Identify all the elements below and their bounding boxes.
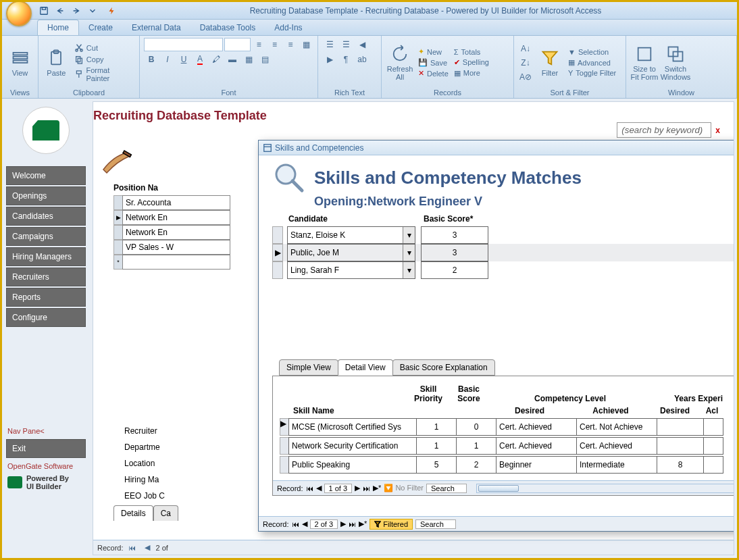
skill-desired-field[interactable] — [496, 456, 577, 474]
years-desired-field[interactable] — [657, 437, 704, 455]
next-icon[interactable]: ▶ — [340, 519, 346, 528]
sort-asc-icon[interactable]: A↓ — [518, 42, 533, 55]
align-center-icon[interactable]: ≡ — [267, 38, 282, 51]
nav-configure[interactable]: Configure — [6, 308, 86, 327]
tab-score-explanation[interactable]: Basic Score Explanation — [392, 359, 495, 376]
save-record-button[interactable]: 💾Save — [417, 57, 450, 68]
skill-score-field[interactable] — [456, 437, 496, 455]
cut-button[interactable]: Cut — [73, 43, 135, 53]
outer-search[interactable]: Search — [415, 519, 456, 529]
ribbon-tab-dbtools[interactable]: Database Tools — [190, 20, 265, 35]
new-rec-icon[interactable]: ▶* — [359, 519, 367, 528]
office-button[interactable] — [6, 1, 32, 26]
years-desired-field[interactable] — [657, 456, 704, 474]
shading-icon[interactable]: ▤ — [257, 53, 272, 66]
row-selector[interactable] — [113, 240, 123, 255]
indent-icon[interactable]: ▶ — [322, 53, 337, 66]
clear-sort-icon[interactable]: A⊘ — [518, 70, 533, 84]
skill-achieved-field[interactable] — [576, 456, 657, 474]
borders-icon[interactable]: ▦ — [241, 53, 256, 66]
skill-priority-field[interactable] — [416, 418, 457, 436]
prev-icon[interactable]: ◀ — [316, 484, 322, 492]
switch-windows-button[interactable]: Switch Windows — [661, 41, 690, 85]
no-filter-label[interactable]: 🔽 No Filter — [384, 484, 424, 492]
view-button[interactable]: View — [6, 41, 34, 85]
grid-icon[interactable]: ▦ — [299, 38, 313, 51]
row-selector[interactable]: ▶ — [272, 244, 283, 261]
nav-candidates[interactable]: Candidates — [6, 207, 86, 226]
nav-campaigns[interactable]: Campaigns — [6, 227, 86, 246]
inner-pos[interactable]: 1 of 3 — [324, 484, 353, 493]
candidate-score[interactable]: 3 — [421, 244, 488, 261]
skill-priority-field[interactable] — [416, 437, 457, 455]
skill-name-field[interactable] — [288, 456, 417, 474]
first-record-icon[interactable]: ⏮ — [126, 544, 138, 552]
advanced-button[interactable]: ▦Advanced — [567, 57, 617, 68]
first-icon[interactable]: ⏮ — [306, 484, 313, 492]
lightning-icon[interactable] — [105, 5, 118, 17]
prev-record-icon[interactable]: ◀ — [141, 543, 153, 552]
search-input[interactable] — [617, 122, 711, 138]
candidate-score[interactable]: 3 — [421, 226, 488, 244]
row-selector[interactable] — [272, 226, 283, 244]
dropdown-icon[interactable]: ▾ — [403, 245, 415, 261]
skill-score-field[interactable] — [456, 456, 496, 474]
position-field[interactable] — [122, 195, 230, 210]
font-color-icon[interactable]: A — [193, 53, 207, 66]
tab-simple-view[interactable]: Simple View — [279, 359, 338, 376]
ltr-icon[interactable]: ¶ — [338, 53, 353, 66]
outer-pos[interactable]: 2 of 3 — [310, 519, 338, 529]
new-button[interactable]: ✦New — [417, 47, 450, 57]
redo-icon[interactable] — [70, 5, 83, 17]
new-rec-icon[interactable]: ▶* — [373, 484, 381, 492]
underline-icon[interactable]: U — [176, 53, 191, 66]
company-link[interactable]: OpenGate Software — [7, 462, 84, 470]
nav-openings[interactable]: Openings — [6, 186, 86, 205]
format-painter-button[interactable]: Format Painter — [73, 66, 135, 83]
prev-icon[interactable]: ◀ — [302, 519, 307, 528]
align-right-icon[interactable]: ≡ — [283, 38, 297, 51]
filtered-badge[interactable]: Filtered — [370, 519, 413, 530]
rtl-icon[interactable]: ab — [355, 53, 370, 66]
bullets-icon[interactable]: ☰ — [322, 38, 337, 51]
years-desired-field[interactable] — [657, 418, 704, 436]
font-name-combo[interactable] — [144, 38, 223, 51]
row-selector[interactable] — [272, 261, 283, 279]
copy-button[interactable]: Copy — [73, 54, 135, 65]
clear-search-icon[interactable]: x — [715, 126, 720, 135]
years-achieved-field[interactable] — [703, 456, 723, 474]
skill-score-field[interactable] — [456, 418, 496, 436]
dropdown-icon[interactable]: ▾ — [403, 227, 415, 243]
skill-name-field[interactable] — [288, 418, 417, 436]
font-size-combo[interactable] — [224, 38, 251, 51]
skill-desired-field[interactable] — [496, 418, 577, 436]
italic-icon[interactable]: I — [160, 53, 175, 66]
highlight-icon[interactable]: 🖍 — [209, 53, 224, 66]
row-selector[interactable] — [113, 225, 123, 240]
tab-detail-view[interactable]: Detail View — [338, 359, 393, 376]
ribbon-tab-home[interactable]: Home — [37, 20, 79, 35]
row-selector[interactable] — [113, 195, 123, 210]
skill-achieved-field[interactable] — [576, 437, 657, 455]
nav-welcome[interactable]: Welcome — [6, 166, 86, 185]
delete-button[interactable]: ✕Delete — [417, 68, 450, 78]
row-selector[interactable]: ▶ — [280, 418, 289, 436]
next-icon[interactable]: ▶ — [355, 484, 360, 492]
bold-icon[interactable]: B — [144, 53, 159, 66]
ribbon-tab-external[interactable]: External Data — [122, 20, 190, 35]
position-field[interactable] — [122, 225, 230, 240]
spelling-button[interactable]: ✔Spelling — [453, 57, 490, 68]
candidate-combo[interactable]: Public, Joe M▾ — [287, 244, 415, 261]
position-field[interactable] — [122, 240, 230, 255]
selection-button[interactable]: ▼Selection — [567, 47, 617, 57]
row-selector[interactable] — [280, 456, 289, 474]
last-icon[interactable]: ⏭ — [349, 520, 356, 528]
popup-titlebar[interactable]: Skills and Competencies — □ ✕ — [259, 141, 734, 155]
exit-button[interactable]: Exit — [6, 439, 86, 458]
sort-desc-icon[interactable]: Z↓ — [518, 56, 533, 70]
nav-hiring-managers[interactable]: Hiring Managers — [6, 247, 86, 266]
inner-hscroll[interactable] — [476, 484, 734, 493]
position-field[interactable] — [122, 210, 230, 225]
fill-icon[interactable]: ▬ — [225, 53, 240, 66]
candidate-combo[interactable]: Stanz, Eloise K▾ — [287, 226, 415, 244]
